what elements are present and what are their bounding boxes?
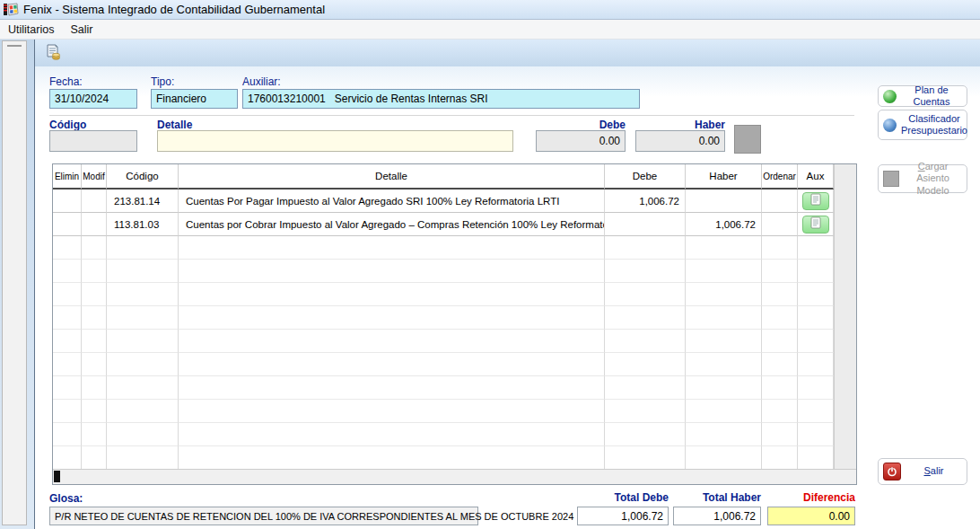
table-empty-cell [686,423,762,446]
separator-line [49,115,854,116]
panel-grip[interactable] [7,45,22,47]
window-title: Fenix - Sistema Integrado de Contabilida… [23,3,325,16]
cargar-asiento-label: Cargar Asiento Modelo [904,161,962,197]
add-entry-button[interactable] [734,125,761,154]
table-empty-row [53,236,834,260]
clasificador-label: Clasificador Presupuestario [901,113,967,137]
salir-button[interactable]: Salir [878,458,967,485]
table-empty-cell [53,376,82,400]
table-empty-cell [686,400,762,423]
table-empty-cell [82,376,107,400]
table-empty-cell [605,283,686,306]
total-haber-input: 1,006.72 [673,507,761,525]
table-empty-cell [82,446,107,470]
glosa-input[interactable]: P/R NETEO DE CUENTAS DE RETENCION DEL 10… [49,507,478,525]
column-header-ordenar[interactable]: Ordenar [762,164,798,190]
column-header-debe[interactable]: Debe [605,164,686,190]
document-list-icon [810,216,821,232]
table-horizontal-scrollbar[interactable] [53,469,856,484]
table-empty-cell [762,446,798,470]
plan-de-cuentas-label: Plan de Cuentas [901,84,962,108]
table-empty-cell [82,283,107,306]
table-empty-cell [798,330,834,353]
new-entry-button[interactable] [42,42,64,64]
clasificador-presupuestario-button[interactable]: Clasificador Presupuestario [878,110,967,140]
table-empty-cell [82,423,107,446]
codigo-cell: 113.81.03 [107,213,179,236]
column-header-modif[interactable]: Modif [82,164,107,190]
modif-cell[interactable] [82,190,107,213]
gray-square-icon [883,171,899,187]
table-empty-cell [605,236,686,260]
power-icon [883,463,901,481]
table-empty-cell [53,353,82,376]
horizontal-scrollbar-thumb[interactable] [54,471,60,482]
menu-salir[interactable]: Salir [62,22,101,38]
auxiliar-input[interactable]: 1760013210001 Servicio de Rentas Interna… [242,89,640,109]
left-collapsed-panel[interactable] [2,40,27,525]
table-empty-cell [605,446,686,470]
table-empty-cell [82,306,107,330]
table-empty-cell [798,353,834,376]
aux-button[interactable] [802,216,829,234]
table-empty-cell [798,260,834,283]
table-empty-cell [762,260,798,283]
table-empty-row [53,330,834,353]
haber-input[interactable]: 0.00 [635,130,725,152]
diferencia-input: 0.00 [767,507,855,525]
table-empty-cell [179,446,605,470]
detalle-input[interactable] [157,130,513,152]
table-empty-row [53,306,834,330]
modif-cell[interactable] [82,213,107,236]
app-icon [4,3,19,16]
table-empty-cell [686,446,762,470]
aux-button[interactable] [802,192,829,210]
table-empty-cell [605,376,686,400]
table-empty-cell [605,423,686,446]
table-empty-cell [605,400,686,423]
column-header-codigo[interactable]: Código [107,164,179,190]
salir-label: Salir [906,465,962,477]
detalle-cell: Cuentas Por Pagar Impuesto al Valor Agre… [179,190,605,213]
cargar-asiento-modelo-button[interactable]: Cargar Asiento Modelo [878,164,967,193]
table-empty-cell [179,376,605,400]
table-empty-cell [82,330,107,353]
table-empty-cell [107,283,179,306]
table-vertical-scrollbar[interactable] [834,164,856,469]
table-empty-cell [762,353,798,376]
total-debe-label: Total Debe [577,491,669,504]
table-empty-cell [686,306,762,330]
codigo-input[interactable] [49,130,137,152]
haber-cell [686,190,762,213]
table-row[interactable]: 113.81.03 Cuentas por Cobrar Impuesto al… [53,213,834,236]
table-empty-cell [53,400,82,423]
document-coins-icon [44,43,62,64]
table-empty-cell [82,400,107,423]
document-list-icon [810,193,821,208]
column-header-haber[interactable]: Haber [686,164,762,190]
table-empty-cell [605,330,686,353]
debe-cell [605,213,686,236]
menu-utilitarios[interactable]: Utilitarios [0,22,62,38]
column-header-detalle[interactable]: Detalle [179,164,605,190]
title-bar: Fenix - Sistema Integrado de Contabilida… [0,0,980,20]
table-empty-cell [82,353,107,376]
fecha-input[interactable]: 31/10/2024 [49,89,137,109]
plan-de-cuentas-button[interactable]: Plan de Cuentas [878,85,967,107]
ordenar-cell[interactable] [762,190,798,213]
table-empty-cell [762,306,798,330]
table-empty-row [53,283,834,306]
table-empty-cell [686,283,762,306]
aux-cell [798,213,834,236]
column-header-elimin[interactable]: Elimin [53,164,82,190]
total-debe-input: 1,006.72 [577,507,669,525]
table-empty-cell [53,306,82,330]
debe-input[interactable]: 0.00 [536,130,626,152]
table-empty-cell [82,260,107,283]
elimin-cell[interactable] [53,190,82,213]
ordenar-cell[interactable] [762,213,798,236]
column-header-aux[interactable]: Aux [798,164,834,190]
tipo-input[interactable]: Financiero [151,89,238,109]
table-row[interactable]: 213.81.14 Cuentas Por Pagar Impuesto al … [53,190,834,213]
elimin-cell[interactable] [53,213,82,236]
